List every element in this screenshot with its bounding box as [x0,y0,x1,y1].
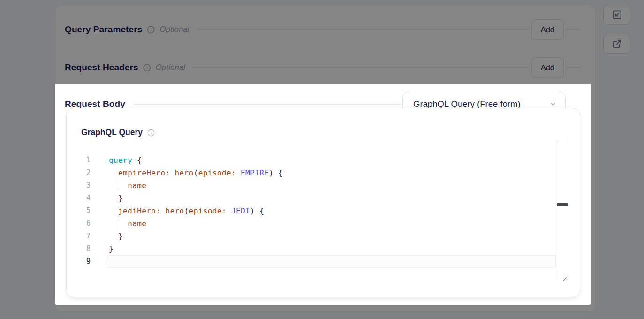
graphql-query-label: GraphQL Query [81,128,155,137]
divider-line [566,29,581,30]
add-query-parameter-button[interactable]: Add [531,19,564,40]
line-number: 4 [67,192,91,205]
line-number: 6 [67,217,91,230]
code-text: name [91,179,146,192]
code-text: } [91,243,114,255]
code-text: name [91,217,146,230]
line-number: 8 [67,243,91,255]
edit-in-window-button[interactable] [603,5,630,25]
add-request-header-button[interactable]: Add [531,57,564,78]
external-link-icon [612,38,622,49]
code-text: query { [91,154,142,167]
open-external-button[interactable] [603,34,630,54]
divider-line [198,29,530,30]
divider-line [566,67,581,68]
resize-handle-icon[interactable] [561,275,568,281]
page: Query Parameters Optional Add Request He… [0,0,644,319]
scrollbar-thumb[interactable] [557,203,568,206]
code-lines: 1query {2 empireHero: hero(episode: EMPI… [67,154,580,268]
code-line-1[interactable]: 1query { [67,154,580,167]
request-headers-title: Request Headers [65,62,138,73]
code-line-8[interactable]: 8} [67,243,580,255]
code-text [91,255,109,268]
optional-label: Optional [159,25,189,34]
code-text: } [91,230,123,243]
line-number: 9 [67,255,91,268]
line-number: 3 [67,179,91,192]
graphql-code-editor[interactable]: 1query {2 empireHero: hero(episode: EMPI… [67,142,580,297]
chevron-down-icon [549,100,557,108]
code-line-7[interactable]: 7 } [67,230,580,243]
query-parameters-section: Query Parameters Optional Add [65,19,581,40]
info-icon[interactable] [147,129,155,137]
info-icon[interactable] [147,26,155,34]
code-line-9[interactable]: 9 [67,255,580,268]
code-text: jediHero: hero(episode: JEDI) { [91,205,264,217]
info-icon[interactable] [143,64,151,72]
divider-line [194,67,530,68]
line-number: 7 [67,230,91,243]
code-line-3[interactable]: 3 name [67,179,580,192]
graphql-query-card: GraphQL Query 1query {2 empireHero: hero… [66,108,580,297]
code-line-2[interactable]: 2 empireHero: hero(episode: EMPIRE) { [67,167,580,179]
divider-line [134,104,401,105]
optional-label: Optional [156,63,185,72]
active-line-highlight [108,255,556,268]
edit-in-window-icon [612,9,622,20]
code-text: } [91,192,123,205]
code-text: empireHero: hero(episode: EMPIRE) { [91,167,283,179]
editor-right-border [557,142,557,281]
graphql-query-label-text: GraphQL Query [81,128,143,137]
request-config-card: Query Parameters Optional Add Request He… [55,5,596,312]
request-headers-section: Request Headers Optional Add [65,57,581,78]
line-number: 2 [67,167,91,179]
code-line-6[interactable]: 6 name [67,217,580,230]
code-line-4[interactable]: 4 } [67,192,580,205]
line-number: 5 [67,205,91,217]
scrollbar-track [557,142,568,142]
query-parameters-title: Query Parameters [65,24,142,35]
code-line-5[interactable]: 5 jediHero: hero(episode: JEDI) { [67,205,580,217]
line-number: 1 [67,154,91,167]
